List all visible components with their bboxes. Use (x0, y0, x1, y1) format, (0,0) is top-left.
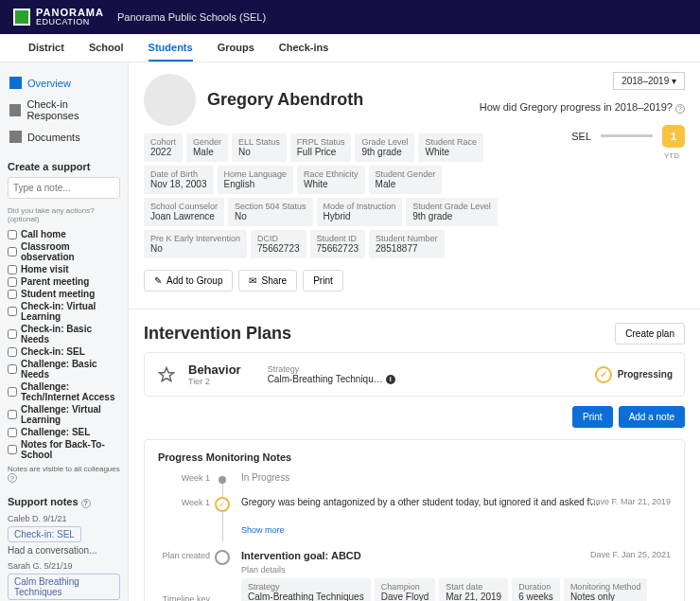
action-checkbox[interactable]: Check-in: SEL (8, 345, 120, 358)
checkbox-input[interactable] (8, 265, 17, 274)
print-button[interactable]: Print (303, 270, 343, 292)
avatar (144, 74, 196, 126)
note-tag[interactable]: Calm Breathing Techniques (8, 574, 120, 600)
meta-value: No (150, 243, 240, 254)
checkbox-input[interactable] (8, 347, 17, 357)
support-notes-title: Support notes ? (8, 496, 120, 508)
goal-value: ABCD (331, 550, 361, 561)
checkbox-input[interactable] (8, 247, 17, 256)
district-name: Panorama Public Schools (SEL) (117, 11, 266, 23)
checkbox-input[interactable] (8, 277, 17, 287)
info-icon[interactable]: ? (8, 473, 17, 483)
meta-box: Section 504 StatusNo (228, 198, 313, 226)
meta-box: School CounselorJoan Lawrence (144, 198, 224, 226)
show-more-link[interactable]: Show more (241, 525, 671, 535)
meta-label: Student Grade Level (412, 202, 491, 211)
share-button[interactable]: ✉ Share (238, 270, 297, 292)
note-tag[interactable]: Check-in: SEL (8, 526, 81, 542)
info-icon[interactable]: i (386, 375, 395, 384)
goal-meta: Dave F. Jan 25, 2021 (590, 550, 671, 559)
meta-label: Race Ethnicity (304, 169, 359, 179)
meta-label: Date of Birth (150, 169, 207, 179)
meta-value: Male (193, 147, 221, 157)
meta-box: Pre K Early InterventionNo (144, 230, 247, 258)
strategy-value: Calm-Breathing Techniqu… (268, 374, 383, 384)
action-checkbox[interactable]: Parent meeting (8, 275, 120, 288)
visibility-note: Notes are visible to all colleagues ? (8, 465, 120, 483)
checkbox-input[interactable] (8, 364, 17, 374)
main-panel: 2018–2019 ▾ How did Gregory progress in … (128, 62, 700, 601)
action-checkbox[interactable]: Classroom observation (8, 240, 120, 263)
sidebar-item-overview[interactable]: Overview (8, 72, 120, 94)
meta-box: Mode of InstructionHybrid (317, 198, 403, 226)
detail-value: Dave Floyd (381, 592, 429, 601)
sidebar-item-checkins[interactable]: Check-in Responses (8, 94, 120, 126)
support-note-input[interactable] (8, 177, 120, 199)
tab-groups[interactable]: Groups (218, 34, 254, 62)
checkbox-input[interactable] (8, 428, 17, 437)
meta-box: DCID75662723 (251, 230, 306, 258)
add-to-group-button[interactable]: ✎ Add to Group (144, 270, 233, 292)
action-checkbox[interactable]: Call home (8, 228, 120, 240)
meta-value: 75662723 (257, 243, 300, 254)
checkins-icon (9, 104, 21, 116)
detail-box: ChampionDave Floyd (375, 578, 436, 601)
checkbox-input[interactable] (8, 387, 17, 397)
action-checkbox[interactable]: Challenge: Tech/Internet Access (8, 380, 120, 403)
meta-value: 2022 (150, 147, 176, 157)
checkbox-input[interactable] (8, 445, 17, 454)
detail-label: Strategy (248, 582, 364, 592)
meta-value: White (304, 179, 359, 189)
chevron-down-icon: ▾ (672, 76, 676, 86)
action-checkbox[interactable]: Student meeting (8, 288, 120, 300)
mail-icon: ✉ (249, 275, 256, 286)
meta-label: Student Gender (376, 169, 436, 179)
action-checkbox[interactable]: Challenge: SEL (8, 426, 120, 438)
overview-icon (9, 77, 22, 89)
topbar: PANORAMA EDUCATION Panorama Public Schoo… (0, 0, 700, 34)
checkbox-input[interactable] (8, 329, 17, 339)
action-checkbox[interactable]: Home visit (8, 263, 120, 275)
brand-logo-icon (13, 9, 30, 26)
sidebar-item-documents[interactable]: Documents (8, 126, 120, 148)
ytd-label: YTD (467, 151, 679, 160)
checkbox-label: Student meeting (21, 289, 95, 299)
detail-label: Start date (446, 582, 501, 592)
detail-label: Duration (518, 582, 553, 592)
action-checkbox[interactable]: Check-in: Basic Needs (8, 323, 120, 345)
meta-box: FRPL StatusFull Price (290, 133, 352, 162)
meta-label: DCID (257, 234, 300, 243)
note-author: Caleb D. 9/1/21 (8, 514, 120, 523)
meta-box: Home LanguageEnglish (218, 166, 294, 194)
checkbox-input[interactable] (8, 307, 17, 316)
check-icon: ✓ (595, 366, 612, 383)
action-checkbox[interactable]: Challenge: Basic Needs (8, 358, 120, 380)
tab-school[interactable]: School (89, 34, 124, 62)
timeline-text: Gregory was being antagonized by a other… (241, 497, 599, 507)
tab-district[interactable]: District (28, 34, 64, 62)
plan-print-button[interactable]: Print (572, 406, 613, 428)
meta-box: Race EthnicityWhite (297, 166, 365, 194)
checkbox-label: Challenge: Tech/Internet Access (21, 381, 120, 402)
plan-title: Behavior (188, 362, 241, 377)
sel-trend-bar (601, 134, 653, 137)
meta-value: English (224, 179, 288, 189)
tab-students[interactable]: Students (149, 34, 193, 62)
info-icon[interactable]: ? (81, 499, 91, 508)
plan-card[interactable]: Behavior Tier 2 Strategy Calm-Breathing … (144, 352, 685, 397)
action-checkbox[interactable]: Check-in: Virtual Learning (8, 300, 120, 323)
checkbox-input[interactable] (8, 230, 17, 239)
add-note-button[interactable]: Add a note (619, 406, 685, 428)
checkbox-input[interactable] (8, 290, 17, 299)
brand: PANORAMA EDUCATION (13, 8, 104, 27)
meta-label: Student ID (317, 234, 359, 243)
year-select[interactable]: 2018–2019 ▾ (613, 72, 685, 90)
tab-checkins[interactable]: Check-ins (279, 34, 329, 62)
detail-value: 6 weeks (518, 592, 553, 601)
info-icon[interactable]: ? (675, 104, 685, 114)
action-checkbox[interactable]: Challenge: Virtual Learning (8, 403, 120, 426)
create-plan-button[interactable]: Create plan (615, 323, 685, 345)
action-checkbox[interactable]: Notes for Back-To-School (8, 438, 120, 461)
meta-box: Student Grade Level9th grade (406, 198, 498, 226)
checkbox-input[interactable] (8, 410, 17, 419)
